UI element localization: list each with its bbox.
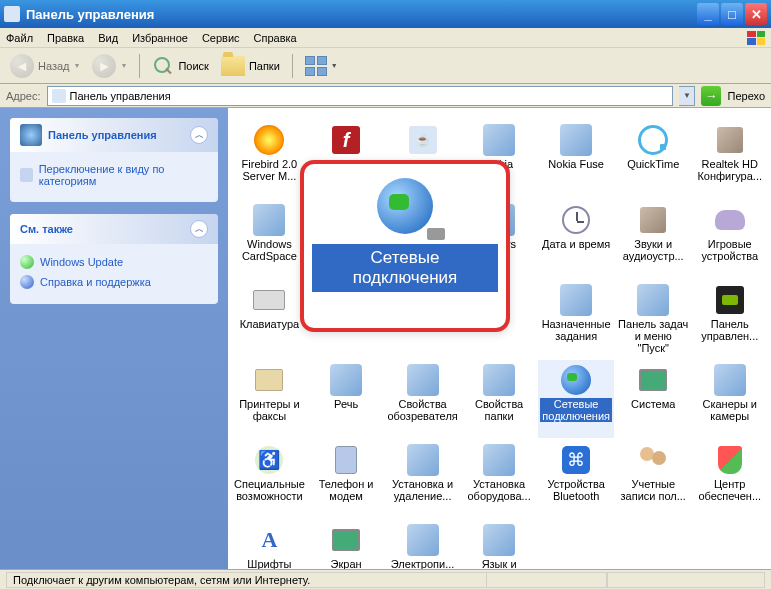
link-label: Windows Update [40,256,123,268]
ic-phone-icon [330,444,362,476]
link-label: Переключение к виду по категориям [39,163,208,187]
address-value: Панель управления [70,90,171,102]
address-dropdown[interactable]: ▼ [679,86,695,106]
ic-shield-icon [714,444,746,476]
ic-font-icon: A [253,524,285,556]
grid-item[interactable]: Сетевые подключения [538,360,614,438]
grid-item[interactable]: Речь [309,360,384,438]
menu-edit[interactable]: Правка [47,32,84,44]
sidebar-link-category-view[interactable]: Переключение к виду по категориям [20,160,208,190]
chevron-up-icon[interactable]: ︿ [190,126,208,144]
grid-item[interactable]: Клавиатура [232,280,307,358]
grid-item[interactable]: AШрифты [232,520,307,569]
update-icon [20,255,34,269]
grid-item[interactable]: Свойства обозревателя [385,360,460,438]
item-label: Firebird 2.0 Server M... [234,158,305,182]
menu-file[interactable]: Файл [6,32,33,44]
grid-item[interactable]: Дата и время [538,200,614,278]
menu-tools[interactable]: Сервис [202,32,240,44]
grid-item[interactable]: Сканеры и камеры [692,360,767,438]
folders-button[interactable]: Папки [217,54,284,78]
grid-item[interactable]: Звуки и аудиоустр... [616,200,691,278]
grid-item[interactable]: Учетные записи пол... [616,440,691,518]
ic-generic-icon [714,364,746,396]
item-label: Игровые устройства [694,238,765,262]
go-button[interactable]: → [701,86,721,106]
grid-item[interactable]: Установка оборудова... [462,440,537,518]
item-label: Язык и региональ... [464,558,535,569]
item-label: Экран [331,558,362,569]
ic-printer-icon [253,364,285,396]
grid-item[interactable]: Панель управлен... [692,280,767,358]
ic-generic-icon [407,444,439,476]
grid-item[interactable]: Nokia Fuse [538,120,614,198]
grid-item[interactable]: Экран [309,520,384,569]
search-button[interactable]: Поиск [148,53,212,79]
network-globe-icon [377,178,433,234]
grid-item[interactable]: ♿Специальные возможности [232,440,307,518]
grid-item[interactable]: Панель задач и меню "Пуск" [616,280,691,358]
link-label: Справка и поддержка [40,276,151,288]
grid-item[interactable]: Игровые устройства [692,200,767,278]
panel-header[interactable]: См. также ︿ [10,214,218,244]
views-icon [305,56,327,76]
menu-favorites[interactable]: Избранное [132,32,188,44]
item-label: Речь [334,398,358,410]
forward-arrow-icon: ► [92,54,116,78]
grid-item[interactable]: Телефон и модем [309,440,384,518]
address-input[interactable]: Панель управления [47,86,674,106]
ic-generic-icon [483,124,515,156]
grid-item[interactable]: Свойства папки [462,360,537,438]
item-label: Свойства папки [464,398,535,422]
address-icon [52,89,66,103]
grid-item[interactable]: Windows CardSpace [232,200,307,278]
grid-item[interactable]: Принтеры и факсы [232,360,307,438]
item-label: Панель задач и меню "Пуск" [618,318,689,354]
minimize-button[interactable]: _ [697,3,719,25]
ic-qt-icon [637,124,669,156]
grid-item[interactable]: Электропи... [385,520,460,569]
go-label: Перехо [727,90,765,102]
grid-item[interactable]: Установка и удаление... [385,440,460,518]
views-button[interactable]: ▼ [301,54,342,78]
status-cell [486,572,608,588]
grid-item[interactable]: Realtek HD Конфигура... [692,120,767,198]
back-button[interactable]: ◄ Назад ▼ [6,52,84,80]
item-label: Установка и удаление... [387,478,458,502]
menu-view[interactable]: Вид [98,32,118,44]
grid-item[interactable]: Система [616,360,691,438]
grid-item[interactable]: QuickTime [616,120,691,198]
forward-dropdown-icon: ▼ [120,62,127,69]
toolbar: ◄ Назад ▼ ► ▼ Поиск Папки ▼ [0,48,771,84]
forward-button[interactable]: ► ▼ [88,52,131,80]
ic-nvidia-icon [714,284,746,316]
item-label: Принтеры и факсы [234,398,305,422]
windows-flag-icon [747,31,765,45]
grid-item[interactable]: Назначенные задания [538,280,614,358]
content-area: Панель управления ︿ Переключение к виду … [0,108,771,569]
item-label: Свойства обозревателя [387,398,458,422]
panel-title: См. также [20,223,73,235]
control-panel-icon [20,124,42,146]
close-button[interactable]: ✕ [745,3,767,25]
ic-generic-icon [483,444,515,476]
sidebar-link-windows-update[interactable]: Windows Update [20,252,208,272]
item-label: Телефон и модем [311,478,382,502]
titlebar: Панель управления _ □ ✕ [0,0,771,28]
maximize-button[interactable]: □ [721,3,743,25]
ic-globe-icon [560,364,592,396]
chevron-up-icon[interactable]: ︿ [190,220,208,238]
ic-generic-icon [253,204,285,236]
item-label: Сетевые подключения [540,398,612,422]
panel-header[interactable]: Панель управления ︿ [10,118,218,152]
menu-help[interactable]: Справка [254,32,297,44]
grid-item[interactable]: ⌘Устройства Bluetooth [538,440,614,518]
window-title: Панель управления [26,7,695,22]
sidebar-link-help[interactable]: Справка и поддержка [20,272,208,292]
grid-item[interactable]: Центр обеспечен... [692,440,767,518]
grid-item[interactable]: Firebird 2.0 Server M... [232,120,307,198]
ic-bt-icon: ⌘ [560,444,592,476]
grid-item[interactable]: Язык и региональ... [462,520,537,569]
ic-clock-icon [560,204,592,236]
item-label: Звуки и аудиоустр... [618,238,689,262]
